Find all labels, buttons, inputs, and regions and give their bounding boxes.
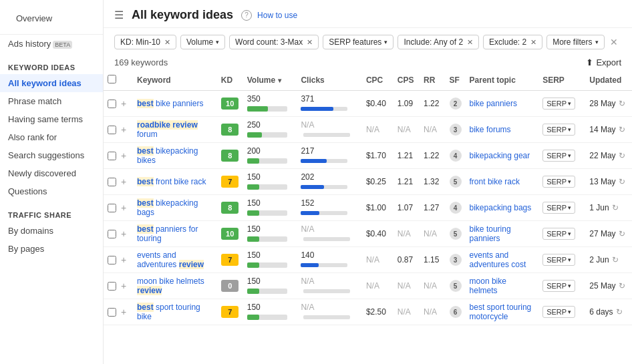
sidebar-item-by-pages[interactable]: By pages	[0, 240, 103, 258]
export-button[interactable]: ⬆ Export	[586, 57, 621, 67]
parent-topic-link-5[interactable]: bike touring panniers	[470, 224, 511, 243]
sf-badge-6[interactable]: 3	[450, 254, 462, 266]
remove-word-count-filter[interactable]: ✕	[307, 38, 313, 47]
th-rr[interactable]: RR	[420, 70, 446, 91]
add-keyword-btn-6[interactable]: +	[118, 254, 129, 265]
filter-serp-features[interactable]: SERP features ▾	[323, 35, 393, 49]
filter-exclude[interactable]: Exclude: 2 ✕	[483, 35, 542, 49]
sf-badge-2[interactable]: 4	[450, 150, 462, 162]
keyword-link-6[interactable]: events and adventures review	[137, 250, 204, 269]
add-keyword-btn-2[interactable]: +	[118, 150, 129, 161]
serp-button-8[interactable]: SERP	[542, 306, 575, 318]
th-kd[interactable]: KD	[217, 70, 243, 91]
keyword-link-2[interactable]: best bikepacking bikes	[137, 146, 198, 165]
sidebar-item-questions[interactable]: Questions	[0, 182, 103, 200]
remove-include-filter[interactable]: ✕	[467, 38, 473, 47]
row-checkbox-4[interactable]	[108, 204, 116, 212]
keyword-link-4[interactable]: best bikepacking bags	[137, 198, 198, 217]
refresh-icon-5[interactable]: ↻	[619, 229, 625, 238]
serp-button-0[interactable]: SERP	[542, 98, 575, 110]
sidebar-item-all-keyword-ideas[interactable]: All keyword ideas	[0, 74, 103, 92]
th-keyword[interactable]: Keyword	[133, 70, 217, 91]
serp-button-4[interactable]: SERP	[542, 202, 575, 214]
sidebar-item-phrase-match[interactable]: Phrase match	[0, 92, 103, 110]
th-clicks[interactable]: Clicks	[297, 70, 362, 91]
row-checkbox-6[interactable]	[108, 256, 116, 264]
refresh-icon-8[interactable]: ↻	[616, 307, 623, 317]
add-keyword-btn-3[interactable]: +	[118, 176, 129, 187]
refresh-icon-0[interactable]: ↻	[619, 99, 625, 108]
row-checkbox-8[interactable]	[108, 308, 116, 317]
sidebar-item-also-rank-for[interactable]: Also rank for	[0, 128, 103, 146]
filter-include[interactable]: Include: Any of 2 ✕	[398, 35, 479, 49]
sf-badge-1[interactable]: 3	[450, 124, 462, 136]
th-cpc[interactable]: CPC	[362, 70, 393, 91]
row-checkbox-2[interactable]	[108, 152, 116, 160]
hamburger-icon[interactable]: ☰	[114, 9, 124, 21]
remove-kd-filter[interactable]: ✕	[164, 38, 170, 47]
parent-topic-link-6[interactable]: events and adventures cost	[470, 250, 526, 269]
add-keyword-btn-5[interactable]: +	[118, 228, 129, 239]
sidebar-item-newly-discovered[interactable]: Newly discovered	[0, 164, 103, 182]
sf-badge-7[interactable]: 5	[450, 280, 462, 292]
filter-kd[interactable]: KD: Min-10 ✕	[114, 35, 176, 49]
sidebar-item-ads-history[interactable]: Ads historyBETA	[0, 35, 103, 53]
row-checkbox-7[interactable]	[108, 282, 116, 291]
sidebar-item-having-same-terms[interactable]: Having same terms	[0, 110, 103, 128]
help-icon[interactable]: ?	[241, 10, 252, 21]
sidebar-item-overview[interactable]: Overview	[8, 8, 95, 29]
how-to-link[interactable]: How to use	[257, 11, 297, 20]
sf-badge-3[interactable]: 5	[450, 176, 462, 188]
keyword-link-5[interactable]: best panniers for touring	[137, 224, 198, 243]
keyword-link-0[interactable]: best bike panniers	[137, 99, 203, 108]
serp-button-5[interactable]: SERP	[542, 228, 575, 240]
row-checkbox-1[interactable]	[108, 126, 116, 134]
add-keyword-btn-8[interactable]: +	[118, 307, 129, 317]
serp-button-2[interactable]: SERP	[542, 150, 575, 162]
parent-topic-link-1[interactable]: bike forums	[470, 125, 511, 134]
row-checkbox-3[interactable]	[108, 178, 116, 186]
keyword-link-7[interactable]: moon bike helmets review	[137, 277, 204, 295]
refresh-icon-7[interactable]: ↻	[619, 281, 625, 291]
sf-badge-5[interactable]: 5	[450, 228, 462, 240]
refresh-icon-4[interactable]: ↻	[612, 203, 619, 212]
keyword-link-8[interactable]: best sport touring bike	[137, 303, 200, 321]
remove-exclude-filter[interactable]: ✕	[530, 38, 536, 47]
th-parent-topic[interactable]: Parent topic	[466, 70, 539, 91]
keyword-link-3[interactable]: best front bike rack	[137, 177, 206, 186]
parent-topic-link-7[interactable]: moon bike helmets	[470, 277, 506, 295]
parent-topic-link-3[interactable]: front bike rack	[470, 177, 520, 186]
parent-topic-link-8[interactable]: best sport touring motorcycle	[470, 303, 532, 321]
th-cps[interactable]: CPS	[393, 70, 420, 91]
th-sf[interactable]: SF	[446, 70, 466, 91]
th-updated[interactable]: Updated	[585, 70, 632, 91]
sidebar-item-by-domains[interactable]: By domains	[0, 222, 103, 240]
sf-badge-8[interactable]: 6	[450, 306, 462, 318]
add-keyword-btn-0[interactable]: +	[118, 98, 129, 109]
th-serp[interactable]: SERP	[538, 70, 585, 91]
filter-word-count[interactable]: Word count: 3-Max ✕	[229, 35, 319, 49]
add-keyword-btn-4[interactable]: +	[118, 202, 129, 213]
refresh-icon-6[interactable]: ↻	[612, 255, 619, 264]
sf-badge-4[interactable]: 4	[450, 202, 462, 214]
add-keyword-btn-1[interactable]: +	[118, 124, 129, 135]
serp-button-3[interactable]: SERP	[542, 176, 575, 188]
sidebar-item-search-suggestions[interactable]: Search suggestions	[0, 146, 103, 164]
th-volume[interactable]: Volume ▾	[243, 70, 297, 91]
parent-topic-link-2[interactable]: bikepacking gear	[470, 151, 530, 160]
more-filters-button[interactable]: More filters ▾	[546, 35, 604, 49]
refresh-icon-3[interactable]: ↻	[619, 177, 625, 186]
serp-button-1[interactable]: SERP	[542, 124, 575, 136]
select-all-checkbox[interactable]	[108, 75, 116, 83]
filter-volume[interactable]: Volume ▾	[180, 35, 225, 49]
add-keyword-btn-7[interactable]: +	[118, 281, 129, 291]
parent-topic-link-0[interactable]: bike panniers	[470, 99, 517, 108]
serp-button-6[interactable]: SERP	[542, 254, 575, 266]
keyword-link-1[interactable]: roadbike review forum	[137, 120, 198, 139]
row-checkbox-5[interactable]	[108, 230, 116, 238]
refresh-icon-1[interactable]: ↻	[619, 125, 625, 134]
refresh-icon-2[interactable]: ↻	[619, 151, 625, 160]
serp-button-7[interactable]: SERP	[542, 280, 575, 292]
clear-all-filters[interactable]: ✕	[610, 37, 618, 47]
parent-topic-link-4[interactable]: bikepacking bags	[470, 203, 532, 212]
